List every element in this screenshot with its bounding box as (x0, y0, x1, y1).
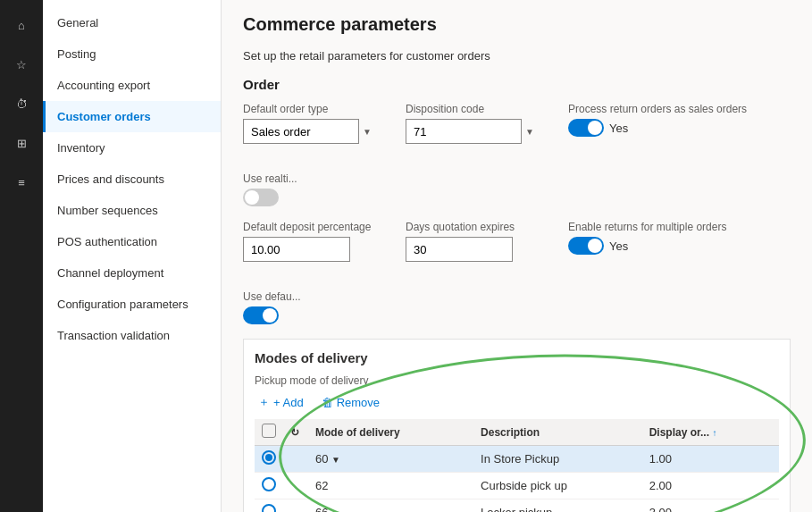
list-nav-icon[interactable]: ≡ (4, 164, 39, 200)
row3-expand-cell (283, 499, 308, 513)
add-delivery-button[interactable]: ＋ + Add (255, 392, 307, 412)
nav-icon-bar: ⌂ ☆ ⏱ ⊞ ≡ (0, 0, 43, 512)
row1-radio-button[interactable] (262, 450, 276, 465)
delivery-section: Modes of delivery Pickup mode of deliver… (243, 339, 791, 512)
days-quotation-label: Days quotation expires (406, 221, 540, 233)
row2-expand-cell (283, 473, 308, 499)
use-realtime-toggle[interactable] (243, 189, 279, 206)
default-order-type-select-wrapper: Sales order ▼ (243, 119, 377, 144)
form-row-2: Default deposit percentage Days quotatio… (243, 221, 791, 324)
pickup-mode-label: Pickup mode of delivery (255, 374, 779, 387)
default-order-type-field: Default order type Sales order ▼ (243, 103, 377, 144)
remove-delivery-button[interactable]: 🗑 Remove (318, 392, 383, 412)
sidebar-item-inventory[interactable]: Inventory (43, 132, 221, 164)
main-content: Commerce parameters Set up the retail pa… (222, 0, 812, 512)
row2-radio-button[interactable] (262, 477, 276, 491)
row3-mode: 66 (308, 499, 473, 513)
section-description: Set up the retail parameters for custome… (243, 49, 791, 63)
row2-mode: 62 (308, 473, 473, 499)
order-section-header: Order (243, 77, 791, 92)
delivery-toolbar: ＋ + Add 🗑 Remove (255, 392, 779, 412)
row2-description: Curbside pick up (473, 473, 642, 499)
use-default-field: Use defau... (243, 290, 377, 324)
disposition-code-label: Disposition code (406, 103, 540, 115)
enable-returns-toggle[interactable] (568, 237, 604, 255)
use-realtime-toggle-row (243, 189, 377, 206)
sidebar-item-pos-auth[interactable]: POS authentication (43, 226, 221, 257)
sidebar: General Posting Accounting export Custom… (43, 0, 222, 512)
col-mode: Mode of delivery (308, 419, 473, 446)
process-return-orders-toggle-row: Yes (568, 119, 747, 137)
sidebar-item-channel-deployment[interactable]: Channel deployment (43, 257, 221, 289)
col-display-order: Display or... ↑ (642, 419, 779, 446)
enable-returns-field: Enable returns for multiple orders Yes (568, 221, 726, 262)
default-deposit-field: Default deposit percentage (243, 221, 377, 262)
sidebar-item-prices-discounts[interactable]: Prices and discounts (43, 164, 221, 195)
row3-display-order: 3.00 (642, 499, 779, 513)
default-order-type-select[interactable]: Sales order (243, 119, 359, 144)
default-deposit-label: Default deposit percentage (243, 221, 377, 233)
days-quotation-input[interactable] (406, 237, 513, 262)
enable-returns-value: Yes (609, 239, 628, 253)
refresh-icon: ↻ (290, 426, 299, 439)
table-row[interactable]: 62 Curbside pick up 2.00 (255, 473, 779, 499)
delivery-table: ↻ Mode of delivery Description Display o… (255, 419, 779, 512)
disposition-code-select-wrapper: 71 ▼ (406, 119, 540, 144)
use-realtime-field: Use realti... (243, 172, 377, 206)
default-order-type-label: Default order type (243, 103, 377, 115)
sidebar-item-customer-orders[interactable]: Customer orders (43, 101, 221, 132)
grid-nav-icon[interactable]: ⊞ (4, 125, 39, 161)
default-order-type-chevron: ▼ (363, 127, 372, 137)
disposition-code-chevron: ▼ (525, 127, 534, 137)
delivery-section-title: Modes of delivery (255, 350, 779, 365)
form-row-1: Default order type Sales order ▼ Disposi… (243, 103, 791, 206)
use-default-toggle[interactable] (243, 306, 279, 324)
clock-nav-icon[interactable]: ⏱ (4, 86, 39, 122)
disposition-code-select[interactable]: 71 (406, 119, 522, 144)
process-return-orders-label: Process return orders as sales orders (568, 103, 747, 115)
row3-radio-button[interactable] (262, 504, 276, 512)
sidebar-item-transaction-validation[interactable]: Transaction validation (43, 320, 221, 351)
remove-icon: 🗑 (322, 396, 333, 409)
row1-expand-cell (283, 446, 308, 473)
sidebar-item-config-params[interactable]: Configuration parameters (43, 289, 221, 320)
use-default-toggle-row (243, 306, 377, 324)
enable-returns-label: Enable returns for multiple orders (568, 221, 726, 233)
row1-display-order: 1.00 (642, 446, 779, 473)
process-return-orders-field: Process return orders as sales orders Ye… (568, 103, 747, 144)
process-return-orders-value: Yes (609, 122, 628, 135)
row1-chevron-icon: ▼ (331, 455, 340, 465)
process-return-orders-toggle[interactable] (568, 119, 604, 137)
row3-description: Locker pickup (473, 499, 642, 513)
row1-description: In Store Pickup (473, 446, 642, 473)
use-default-label: Use defau... (243, 290, 377, 303)
use-realtime-label: Use realti... (243, 172, 377, 185)
sidebar-item-general[interactable]: General (43, 7, 221, 38)
table-row[interactable]: 60 ▼ In Store Pickup 1.00 (255, 446, 779, 473)
enable-returns-toggle-row: Yes (568, 237, 726, 255)
col-refresh: ↻ (283, 419, 308, 446)
home-nav-icon[interactable]: ⌂ (4, 7, 39, 43)
default-deposit-input[interactable] (243, 237, 350, 262)
row1-radio-cell (255, 446, 283, 473)
days-quotation-field: Days quotation expires (406, 221, 540, 262)
col-radio (255, 419, 283, 446)
table-row[interactable]: 66 Locker pickup 3.00 (255, 499, 779, 513)
sidebar-item-number-sequences[interactable]: Number sequences (43, 195, 221, 226)
page-title: Commerce parameters (243, 14, 791, 35)
col-description: Description (473, 419, 642, 446)
plus-icon: ＋ (258, 394, 270, 410)
star-nav-icon[interactable]: ☆ (4, 46, 39, 82)
sidebar-item-posting[interactable]: Posting (43, 38, 221, 70)
row2-display-order: 2.00 (642, 473, 779, 499)
row3-radio-cell (255, 499, 283, 513)
row2-radio-cell (255, 473, 283, 499)
disposition-code-field: Disposition code 71 ▼ (406, 103, 540, 144)
row1-mode: 60 ▼ (308, 446, 473, 473)
sidebar-item-accounting-export[interactable]: Accounting export (43, 70, 221, 101)
